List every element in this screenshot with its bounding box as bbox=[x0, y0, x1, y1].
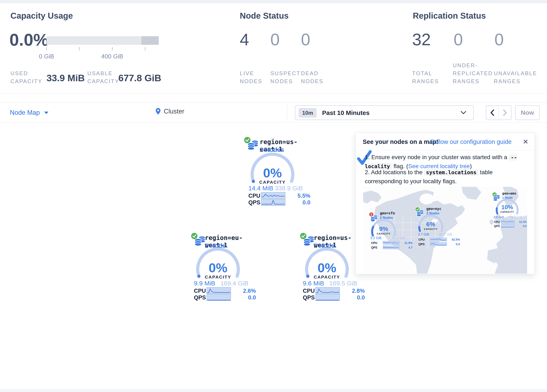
qps-sparkline bbox=[501, 224, 514, 228]
database-icon bbox=[194, 235, 206, 247]
cpu-sparkline bbox=[501, 220, 514, 223]
time-forward-button[interactable] bbox=[499, 106, 511, 120]
dead-nodes-label: DEAD NODES bbox=[301, 69, 326, 85]
qps-row: QPS 0.0 bbox=[418, 242, 460, 246]
total-capacity: 338.9 GiB bbox=[274, 185, 303, 192]
now-button[interactable]: Now bbox=[515, 105, 540, 120]
total-ranges-value: 32 bbox=[412, 30, 431, 49]
under-replicated-label: UNDER-REPLICATED RANGES bbox=[453, 61, 495, 85]
step-number: 2. bbox=[365, 169, 370, 175]
capacity-caption: CAPACITY bbox=[304, 275, 350, 280]
breadcrumb[interactable]: Cluster bbox=[155, 108, 184, 115]
cpu-sparkline bbox=[430, 238, 447, 241]
suspect-nodes-label: SUSPECT NODES bbox=[270, 69, 299, 85]
capacity-tick bbox=[46, 47, 47, 50]
used-capacity: 3.7 GiB bbox=[418, 233, 429, 236]
map-node-geo-nyc: geo=nyc 2 Nodes 6% CAPACITY 3.7 GiB 65.7… bbox=[413, 205, 459, 247]
qps-sparkline bbox=[261, 199, 285, 206]
unavailable-value: 0 bbox=[494, 30, 504, 49]
cpu-sparkline bbox=[315, 287, 340, 294]
cpu-label: CPU bbox=[248, 193, 260, 199]
qps-sparkline bbox=[315, 294, 340, 301]
used-capacity: 3.6 GiB bbox=[493, 215, 504, 219]
qps-row: QPS 0.0 bbox=[303, 294, 357, 301]
region-node-us-west-1[interactable]: region=us-west-1 1 Node 0% CAPACITY 9.6 … bbox=[295, 230, 360, 304]
configuration-guide-link[interactable]: Follow our configuration guide bbox=[431, 138, 512, 145]
map-toolbar: Node Map Cluster 10m Past 10 Minutes bbox=[0, 102, 547, 123]
qps-sparkline bbox=[206, 294, 231, 301]
live-nodes-label: LIVE NODES bbox=[240, 69, 265, 85]
system-locations-code: system.locations bbox=[424, 169, 478, 176]
step-text: Add locations to the bbox=[371, 169, 424, 175]
capacity-tick bbox=[79, 47, 80, 50]
capacity-percent: 0% bbox=[249, 165, 295, 180]
nodes-map-config-popup: See your nodes on a map! Follow our conf… bbox=[356, 132, 535, 274]
total-capacity: 169.4 GiB bbox=[219, 280, 248, 287]
capacity-tick bbox=[145, 47, 145, 50]
capacity-percent: 9% bbox=[370, 225, 397, 233]
page-top-strip bbox=[0, 0, 547, 3]
cpu-row: CPU 5.5% bbox=[248, 192, 303, 199]
capacity-percent: 0% bbox=[304, 260, 350, 275]
replication-status-title: Replication Status bbox=[413, 11, 486, 21]
chevron-down-icon bbox=[44, 111, 48, 114]
qps-sparkline bbox=[430, 242, 447, 246]
chevron-down-icon bbox=[461, 111, 466, 114]
capacity-usage-title: Capacity Usage bbox=[10, 11, 73, 21]
cpu-sparkline bbox=[261, 192, 285, 199]
chevron-left-icon bbox=[491, 110, 494, 116]
capacity-tick-label-400: 400 GiB bbox=[93, 53, 131, 60]
qps-sparkline bbox=[383, 246, 400, 249]
step-number: 1. bbox=[365, 154, 370, 160]
locality-label: geo=ams bbox=[502, 191, 516, 195]
region-node-eu-west-1[interactable]: region=eu-west-1 1 Node 0% CAPACITY 9.9 … bbox=[186, 230, 251, 304]
used-capacity: 14.4 MiB bbox=[248, 185, 273, 192]
popup-header: See your nodes on a map! Follow our conf… bbox=[356, 133, 535, 150]
page-bottom-strip bbox=[0, 389, 547, 392]
live-nodes-value: 4 bbox=[240, 30, 249, 49]
view-selector-dropdown[interactable]: Node Map bbox=[10, 109, 48, 117]
cluster-summary-panel: Capacity Usage 0.0% 0 GiB 400 GiB USED C… bbox=[0, 3, 547, 93]
time-range-dropdown[interactable]: 10m Past 10 Minutes bbox=[295, 105, 474, 120]
cpu-row: CPU 42.5% bbox=[418, 238, 460, 241]
unavailable-ranges-label: UNAVAILABLE RANGES bbox=[494, 69, 542, 85]
cpu-value: 11.0% bbox=[402, 241, 413, 245]
close-icon[interactable]: ✕ bbox=[523, 138, 528, 146]
database-icon bbox=[303, 235, 315, 247]
qps-row: QPS 0.0 bbox=[248, 199, 303, 206]
view-selector-label: Node Map bbox=[10, 109, 40, 117]
qps-label: QPS bbox=[418, 242, 425, 246]
database-icon bbox=[247, 139, 259, 151]
total-capacity: 65.7 GiB bbox=[438, 233, 452, 236]
cpu-value: 2.8% bbox=[341, 288, 365, 294]
capacity-tick-label-0: 0 GiB bbox=[32, 53, 61, 60]
time-range-label: Past 10 Minutes bbox=[322, 109, 370, 117]
map-pin-icon bbox=[155, 108, 161, 115]
qps-row: QPS 0.0 bbox=[494, 224, 527, 228]
qps-value: 0.0 bbox=[286, 199, 310, 206]
usable-capacity-value: 677.8 GiB bbox=[118, 73, 161, 83]
cpu-row: CPU 11.0% bbox=[371, 241, 413, 245]
capacity-tick bbox=[112, 47, 112, 50]
under-replicated-value: 0 bbox=[454, 30, 463, 49]
capacity-bar-reserved-segment bbox=[141, 36, 159, 45]
time-back-button[interactable] bbox=[486, 106, 499, 120]
qps-label: QPS bbox=[194, 294, 206, 301]
toolbar-divider bbox=[287, 105, 287, 121]
locality-label: geo=nyc bbox=[426, 207, 441, 211]
total-ranges-label: TOTAL RANGES bbox=[412, 69, 439, 85]
cpu-value: 42.5% bbox=[449, 238, 460, 241]
cpu-label: CPU bbox=[194, 288, 206, 294]
total-capacity: 35.1 GiB bbox=[390, 236, 405, 240]
cpu-row: CPU 2.8% bbox=[303, 287, 357, 294]
popup-title: See your nodes on a map! bbox=[363, 138, 438, 145]
used-capacity-label: USED CAPACITY bbox=[10, 69, 44, 85]
capacity-percent: 10% bbox=[495, 204, 520, 211]
cpu-value: 5.5% bbox=[286, 193, 310, 199]
region-node-us-east-1[interactable]: region=us-east-1 2 Nodes 0% CAPACITY 14.… bbox=[241, 134, 306, 208]
node-status-title: Node Status bbox=[240, 11, 289, 21]
dead-nodes-value: 0 bbox=[301, 30, 310, 49]
time-preset-badge: 10m bbox=[299, 108, 317, 118]
cpu-value: 2.6% bbox=[232, 288, 256, 294]
locality-label: geo=sfo bbox=[380, 211, 395, 215]
